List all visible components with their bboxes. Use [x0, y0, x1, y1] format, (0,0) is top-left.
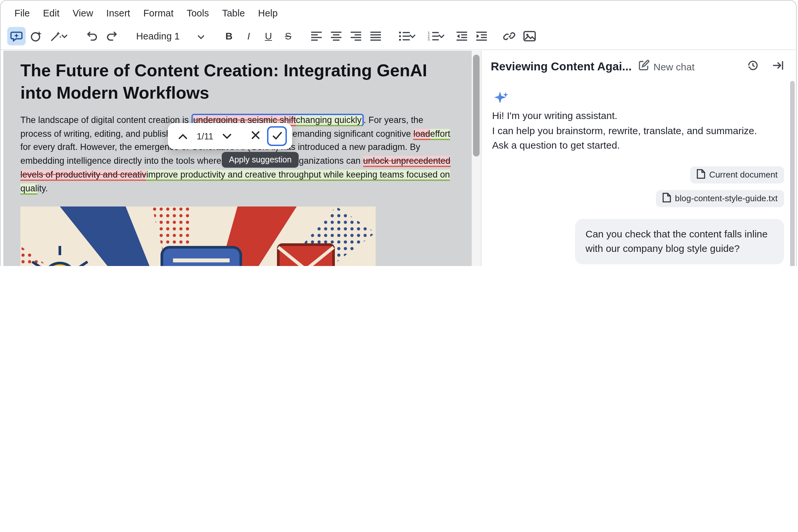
- undo-button[interactable]: [83, 26, 101, 45]
- underline-button[interactable]: U: [259, 26, 278, 45]
- chat-history-button[interactable]: [743, 57, 762, 76]
- outdent-icon: [456, 31, 468, 40]
- undo-icon: [86, 29, 99, 42]
- redo-button[interactable]: [103, 26, 121, 45]
- ai-assistant-sidebar: Reviewing Content Agai... New chat Hi! I…: [481, 51, 796, 266]
- chevron-up-icon: [178, 130, 187, 142]
- link-icon: [503, 29, 516, 42]
- chevron-down-icon: [438, 34, 447, 38]
- numbered-list-icon: 1.2.3.: [428, 31, 440, 40]
- checkmark-icon: [272, 130, 282, 142]
- editor-scrollbar-thumb[interactable]: [473, 55, 480, 156]
- menu-format[interactable]: Format: [137, 4, 180, 21]
- image-icon: [523, 29, 536, 42]
- italic-button[interactable]: I: [239, 26, 258, 45]
- assistant-greeting: Hi! I'm your writing assistant.: [492, 109, 784, 123]
- close-icon: [251, 130, 260, 142]
- reject-suggestion-button[interactable]: [246, 126, 265, 146]
- chevron-down-icon: [409, 34, 419, 38]
- context-chip-current-document[interactable]: Current document: [690, 166, 784, 183]
- align-center-button[interactable]: [327, 26, 346, 45]
- suggestion-popup: 1/11: [168, 123, 293, 149]
- align-justify-icon: [370, 31, 382, 40]
- svg-text:3.: 3.: [428, 37, 431, 40]
- indent-icon: [476, 31, 487, 40]
- menu-file[interactable]: File: [8, 4, 36, 21]
- diff-deletion: load: [413, 129, 430, 140]
- ai-chat-icon: [10, 29, 23, 42]
- menu-view[interactable]: View: [67, 4, 99, 21]
- indent-button[interactable]: [472, 26, 491, 45]
- chat-messages[interactable]: Hi! I'm your writing assistant. I can he…: [482, 80, 796, 266]
- tinymce-editor-app: File Edit View Insert Format Tools Table…: [0, 0, 797, 266]
- sidebar-header: Reviewing Content Agai... New chat: [482, 51, 796, 80]
- bullet-list-button[interactable]: [395, 26, 422, 45]
- menu-help[interactable]: Help: [252, 4, 284, 21]
- bullet-list-icon: [399, 31, 410, 40]
- redo-icon: [105, 29, 118, 42]
- ai-assistant-button[interactable]: [7, 26, 26, 45]
- strikethrough-button[interactable]: S: [279, 26, 297, 45]
- align-left-button[interactable]: [307, 26, 326, 45]
- align-center-icon: [330, 31, 342, 40]
- document-title[interactable]: The Future of Content Creation: Integrat…: [20, 60, 454, 104]
- align-left-icon: [311, 31, 322, 40]
- align-right-button[interactable]: [347, 26, 365, 45]
- new-chat-button[interactable]: New chat: [638, 60, 694, 73]
- editor-scrollbar[interactable]: [472, 51, 481, 266]
- document-icon: [663, 192, 671, 204]
- align-right-icon: [350, 31, 362, 40]
- document-icon: [697, 169, 705, 180]
- sparkle-icon: [494, 90, 784, 109]
- new-chat-icon: [638, 60, 649, 73]
- align-justify-button[interactable]: [367, 26, 385, 45]
- outdent-button[interactable]: [452, 26, 471, 45]
- diff-insertion: changing quickly: [296, 115, 362, 126]
- menu-edit[interactable]: Edit: [37, 4, 66, 21]
- ai-wand-icon: [49, 29, 62, 42]
- assistant-prompt: Ask a question to get started.: [492, 138, 784, 153]
- ai-wand-button[interactable]: [47, 26, 73, 45]
- collapse-sidebar-button[interactable]: [768, 57, 787, 76]
- numbered-list-button[interactable]: 1.2.3.: [424, 26, 451, 45]
- diff-insertion: effort: [430, 129, 450, 140]
- history-icon: [746, 59, 759, 74]
- paragraph-text: ity.: [37, 184, 48, 193]
- editor-canvas[interactable]: The Future of Content Creation: Integrat…: [3, 51, 472, 266]
- collapse-sidebar-icon: [772, 59, 784, 73]
- content-area: The Future of Content Creation: Integrat…: [1, 51, 796, 266]
- next-suggestion-button[interactable]: [218, 126, 237, 146]
- chat-title: Reviewing Content Agai...: [491, 59, 632, 73]
- menu-bar: File Edit View Insert Format Tools Table…: [1, 1, 796, 22]
- toolbar: Heading 1 B I U S 1.2.3.: [1, 22, 796, 50]
- image-button[interactable]: [520, 26, 539, 45]
- chevron-down-icon: [197, 31, 205, 41]
- chevron-down-icon: [223, 130, 232, 142]
- paragraph-text: The landscape of digital content creatio…: [20, 115, 191, 125]
- user-message: Can you check that the content falls inl…: [575, 218, 784, 264]
- apply-suggestion-button[interactable]: [267, 126, 287, 146]
- context-chip-style-guide[interactable]: blog-content-style-guide.txt: [656, 190, 784, 207]
- chevron-down-icon: [61, 34, 70, 38]
- ai-shortcuts-icon: [30, 29, 43, 42]
- assistant-capabilities: I can help you brainstorm, rewrite, tran…: [492, 123, 776, 138]
- suggestion-counter: 1/11: [197, 131, 214, 141]
- document-illustration[interactable]: [20, 207, 376, 266]
- menu-insert[interactable]: Insert: [100, 4, 136, 21]
- ai-shortcuts-button[interactable]: [27, 26, 45, 45]
- link-button[interactable]: [501, 26, 519, 45]
- menu-table[interactable]: Table: [216, 4, 250, 21]
- previous-suggestion-button[interactable]: [173, 126, 193, 146]
- apply-suggestion-tooltip: Apply suggestion: [222, 152, 299, 168]
- format-select[interactable]: Heading 1: [131, 26, 210, 45]
- format-select-label: Heading 1: [136, 31, 180, 41]
- sidebar-scrollbar-thumb[interactable]: [790, 81, 795, 266]
- menu-tools[interactable]: Tools: [181, 4, 215, 21]
- bold-button[interactable]: B: [220, 26, 238, 45]
